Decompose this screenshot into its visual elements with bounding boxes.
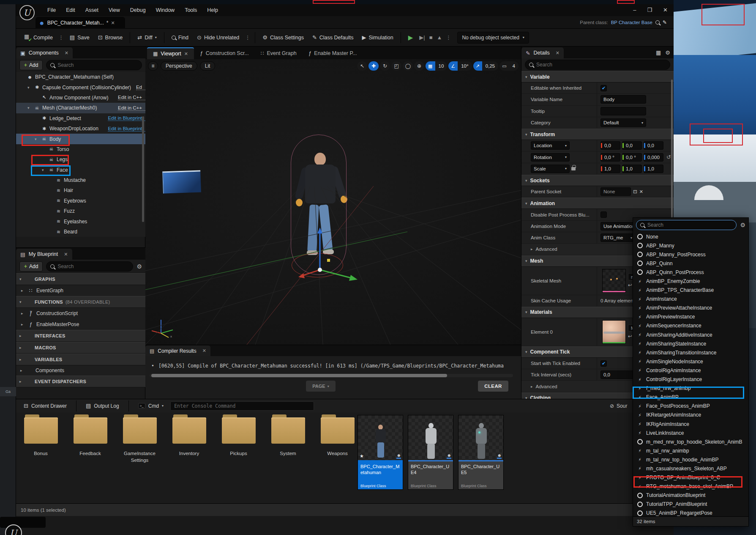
graph-tab[interactable]: Enable Master P...	[303, 47, 363, 59]
menu-item[interactable]: Help	[202, 4, 223, 16]
my-blueprint-row[interactable]: ▸ EnableMasterPose	[16, 319, 145, 330]
gear-icon[interactable]: ⚙	[665, 49, 670, 56]
play-options-icon[interactable]: ⋮	[445, 35, 452, 41]
compile-options-icon[interactable]: ⋮	[57, 35, 65, 41]
section-arrow-icon[interactable]: ▸	[21, 311, 25, 316]
viewport-menu-icon[interactable]: ≡	[148, 61, 158, 71]
menu-item[interactable]: Debug	[125, 4, 151, 16]
dropdown-item[interactable]: ABP_Manny	[633, 241, 748, 250]
my-blueprint-row[interactable]: ▾ FUNCTIONS (84 OVERRIDABLE)	[16, 296, 145, 308]
component-tree-row[interactable]: ▾ Fuzz	[16, 206, 145, 216]
dropdown-item[interactable]: LiveLinkInstance	[633, 428, 748, 437]
dropdown-item[interactable]: TutorialTPP_AnimBlueprint	[633, 500, 748, 509]
class-defaults-button[interactable]: ✎Class Defaults	[308, 31, 358, 44]
expand-arrow-icon[interactable]: ▾	[35, 137, 39, 141]
console-command-input[interactable]: Enter Console Command	[170, 401, 314, 411]
section-arrow-icon[interactable]: ▸	[19, 346, 23, 350]
dropdown-item[interactable]: IKRigAnimInstance	[633, 420, 748, 428]
rotation-select[interactable]: Rotation▾	[531, 153, 570, 162]
debug-object-select[interactable]: No debug object selected▾	[457, 32, 529, 44]
checkbox-checked[interactable]: ✔	[600, 360, 607, 367]
rotate-tool-icon[interactable]: ↻	[380, 61, 390, 71]
details-scrollbar[interactable]	[671, 80, 673, 228]
axis-input[interactable]: 0,0	[600, 141, 620, 150]
eject-button[interactable]: ▲	[435, 31, 444, 44]
dropdown-item[interactable]: ABP_Manny_PostProcess	[633, 250, 748, 259]
surface-snap-icon[interactable]: ⊕	[414, 61, 424, 71]
details-search-input[interactable]: Search	[525, 60, 670, 70]
axis-input[interactable]: 0,000	[644, 153, 663, 162]
page-button[interactable]: PAGE▾	[306, 381, 336, 392]
menu-item[interactable]: Edit	[61, 4, 80, 16]
parent-socket-input[interactable]: None	[600, 187, 631, 196]
component-tree-row[interactable]: ▾ WeaponDropLocation Edit in Blueprint	[16, 123, 145, 134]
component-tree-row[interactable]: ▾ Face	[16, 165, 145, 175]
tab-details[interactable]: ✎ Details ✕	[521, 47, 564, 58]
axis-input[interactable]: 1,0	[600, 165, 620, 173]
compile-button[interactable]: Compile	[20, 31, 57, 44]
dropdown-item[interactable]: AnimInstance	[633, 295, 748, 304]
dropdown-item[interactable]: ControlRigAnimInstance	[633, 366, 748, 375]
dropdown-item[interactable]: IKRetargetAnimInstance	[633, 411, 748, 420]
dropdown-item[interactable]: PROTO_BP_AnimBlueprint_0_C	[633, 473, 748, 482]
lock-icon[interactable]	[571, 167, 576, 170]
asset-card[interactable]: ★ ☻ BPC_Character_Metahuman Blueprint Cl…	[358, 415, 403, 490]
anim-class-select[interactable]: RTG_me▾	[600, 233, 635, 242]
components-scrollbar[interactable]	[142, 116, 144, 222]
variable-name-input[interactable]: Body	[600, 95, 646, 104]
component-tree-row[interactable]: ▾ Mesh (CharacterMesh0) Edit in C++	[16, 103, 145, 113]
stop-button[interactable]: ■	[428, 31, 434, 44]
dropdown-item[interactable]: AnimSharingStateInstance	[633, 339, 748, 348]
find-button[interactable]: Find	[168, 31, 192, 44]
close-icon[interactable]: ✕	[556, 50, 559, 56]
section-transform[interactable]: ▾Transform	[521, 129, 674, 140]
use-selected-icon[interactable]: ↩	[628, 333, 632, 339]
section-arrow-icon[interactable]: ▸	[19, 379, 23, 384]
select-tool-icon[interactable]: ↖	[357, 61, 367, 71]
category-select[interactable]: Default▾	[600, 118, 646, 127]
simulation-button[interactable]: ▶Simulation	[358, 31, 397, 44]
play-button[interactable]: ▶	[404, 31, 417, 44]
hide-unrelated-options-icon[interactable]: ⋮	[244, 35, 251, 41]
class-settings-button[interactable]: ⚙Class Settings	[259, 31, 308, 44]
component-tree-row[interactable]: ▾ Arrow Component (Arrow) Edit in C++	[16, 93, 145, 103]
axis-input[interactable]: 0,0 °	[622, 153, 642, 162]
source-button[interactable]: ⊘Sour	[610, 403, 627, 409]
section-arrow-icon[interactable]: ▾	[19, 277, 23, 281]
my-blueprint-row[interactable]: ▾ GRAPHS	[16, 273, 145, 285]
expand-arrow-icon[interactable]: ▾	[42, 168, 46, 172]
dropdown-item[interactable]: AnimBP_EnemyZombie	[633, 277, 748, 285]
component-tree-row[interactable]: ▾ Beard	[16, 227, 145, 237]
compiler-scrollbar[interactable]	[151, 374, 447, 377]
dropdown-item[interactable]: m_med_nrw_top_hoodie_Skeleton_AnimB	[633, 437, 748, 446]
dropdown-item[interactable]: ABP_Quinn	[633, 259, 748, 268]
edit-link[interactable]: Edit in Blueprint	[108, 126, 145, 132]
component-tree-row[interactable]: ▾ Body	[16, 134, 145, 144]
rotation-snap-control[interactable]: ∠10°	[448, 61, 472, 71]
tab-my-blueprint[interactable]: ▤ My Blueprint ✕	[16, 249, 72, 260]
edit-link[interactable]: Ed	[136, 85, 145, 90]
graph-tab[interactable]: Event Graph	[255, 47, 303, 59]
display-options-icon[interactable]: ▦	[656, 49, 661, 56]
section-variable[interactable]: ▾Variable	[521, 71, 674, 82]
menu-item[interactable]: Window	[151, 4, 180, 16]
dropdown-item[interactable]: TutorialAnimationBlueprint	[633, 491, 748, 500]
scene-blue-box[interactable]	[162, 170, 201, 193]
component-tree-row[interactable]: ▾ Ledge_Detect Edit in Blueprint	[16, 113, 145, 123]
grid-snap-control[interactable]: ▦10	[426, 61, 447, 71]
dropdown-item[interactable]: Face_AnimBP	[633, 393, 748, 402]
component-tree-row[interactable]: ▾ Hair	[16, 185, 145, 195]
axis-input[interactable]: 0,0	[622, 141, 642, 150]
asset-card[interactable]: ☻ BPC_Character_UE5 Blueprint Class	[458, 415, 504, 490]
tab-compiler-results[interactable]: ▤ Compiler Results ✕	[145, 346, 210, 356]
menu-item[interactable]: File	[42, 4, 61, 16]
folder-tile[interactable]: System	[263, 417, 313, 464]
reset-icon[interactable]: ↺	[666, 154, 671, 160]
dropdown-item[interactable]: AnimSingleNodeInstance	[633, 357, 748, 366]
checkbox-unchecked[interactable]	[600, 211, 607, 218]
component-tree-row[interactable]: ▾ Legs	[16, 154, 145, 165]
components-search-input[interactable]: Search	[46, 60, 142, 70]
close-button[interactable]: ✕	[663, 7, 668, 13]
dropdown-item[interactable]: AnimSharingAdditiveInstance	[633, 330, 748, 339]
browse-socket-icon[interactable]: ⊡	[633, 189, 637, 195]
